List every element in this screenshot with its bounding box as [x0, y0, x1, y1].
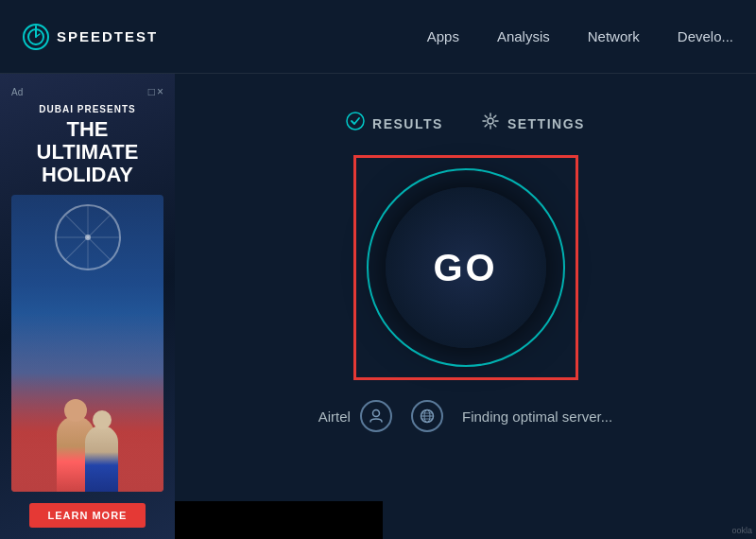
ad-top-bar: Ad □× [11, 85, 163, 98]
controls-row: RESULTS SETTINGS [346, 112, 585, 135]
nav-network[interactable]: Network [588, 28, 640, 44]
main-content: RESULTS SETTINGS GO Airtel [175, 74, 756, 539]
nav-develop[interactable]: Develo... [678, 28, 733, 44]
nav-apps[interactable]: Apps [427, 28, 459, 44]
person-2 [85, 426, 118, 492]
nav-links: Apps Analysis Network Develo... [427, 28, 733, 44]
checkmark-icon [346, 112, 365, 135]
go-button[interactable]: GO [367, 168, 565, 367]
svg-point-4 [488, 118, 493, 124]
ad-container: Ad □× DUBAI PRESENTS THE ULTIMATE HOLIDA… [0, 74, 175, 539]
ad-sidebar: Ad □× DUBAI PRESENTS THE ULTIMATE HOLIDA… [0, 74, 175, 539]
header: SPEEDTEST Apps Analysis Network Develo..… [0, 0, 756, 74]
globe-icon[interactable] [411, 400, 443, 432]
ad-label: Ad [11, 87, 23, 97]
account-icon[interactable] [360, 400, 392, 432]
svg-point-3 [347, 113, 364, 130]
go-label: GO [433, 247, 497, 289]
svg-point-5 [372, 410, 379, 417]
results-control[interactable]: RESULTS [346, 112, 443, 135]
watermark: ookla [731, 526, 752, 535]
ad-cta-button[interactable]: LEARN MORE [29, 503, 146, 528]
ad-subtitle: DUBAI PRESENTS [39, 104, 135, 114]
gear-icon [481, 112, 500, 135]
speedtest-logo-icon [23, 24, 49, 50]
logo-text: SPEEDTEST [57, 28, 158, 44]
ad-people [11, 328, 163, 492]
isp-name: Airtel [318, 409, 351, 425]
ad-close-button[interactable]: □× [148, 85, 163, 98]
ad-title: THE ULTIMATE HOLIDAY [37, 118, 139, 187]
svg-line-2 [36, 34, 40, 37]
ad-image [11, 195, 163, 492]
bottom-bar [175, 501, 383, 539]
results-label: RESULTS [372, 116, 443, 131]
settings-label: SETTINGS [507, 116, 585, 131]
go-button-inner: GO [386, 187, 546, 348]
server-status: Finding optimal server... [462, 409, 612, 425]
isp-info: Airtel [318, 400, 392, 432]
settings-control[interactable]: SETTINGS [481, 112, 585, 135]
nav-analysis[interactable]: Analysis [497, 28, 550, 44]
go-button-wrapper: GO [367, 168, 565, 367]
bottom-info: Airtel Finding optimal server... [318, 400, 612, 432]
logo-area: SPEEDTEST [23, 24, 158, 50]
